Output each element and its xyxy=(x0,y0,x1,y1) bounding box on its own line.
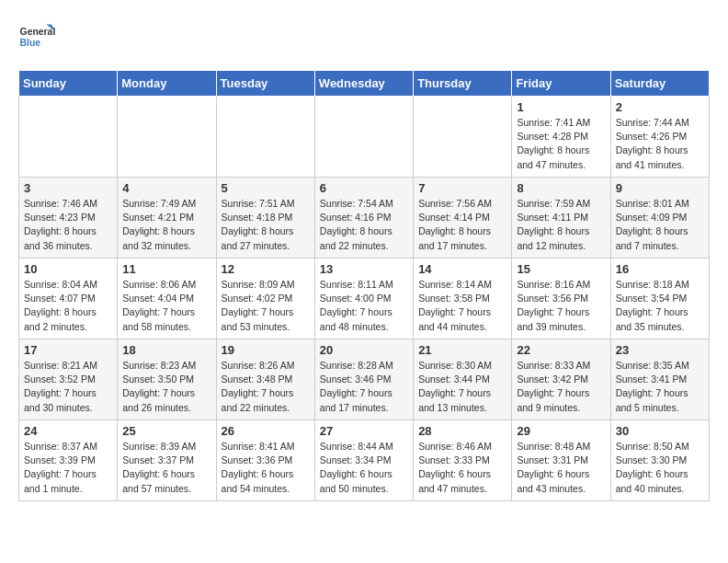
day-info: Sunrise: 8:23 AM Sunset: 3:50 PM Dayligh… xyxy=(122,359,210,415)
day-info: Sunrise: 7:44 AM Sunset: 4:26 PM Dayligh… xyxy=(616,116,704,172)
day-number: 23 xyxy=(616,343,704,357)
day-info: Sunrise: 7:54 AM Sunset: 4:16 PM Dayligh… xyxy=(320,197,408,253)
day-info: Sunrise: 8:41 AM Sunset: 3:36 PM Dayligh… xyxy=(222,440,310,496)
calendar-cell: 23Sunrise: 8:35 AM Sunset: 3:41 PM Dayli… xyxy=(610,339,709,420)
day-number: 1 xyxy=(517,100,605,114)
day-info: Sunrise: 8:04 AM Sunset: 4:07 PM Dayligh… xyxy=(24,278,112,334)
day-info: Sunrise: 8:14 AM Sunset: 3:58 PM Dayligh… xyxy=(418,278,506,334)
col-header-monday: Monday xyxy=(118,71,216,97)
calendar-cell: 12Sunrise: 8:09 AM Sunset: 4:02 PM Dayli… xyxy=(216,259,314,339)
day-number: 25 xyxy=(122,424,210,438)
day-number: 30 xyxy=(616,424,704,438)
day-number: 6 xyxy=(320,181,408,195)
header: General Blue xyxy=(18,18,710,55)
calendar-table: SundayMondayTuesdayWednesdayThursdayFrid… xyxy=(18,70,710,501)
day-info: Sunrise: 8:11 AM Sunset: 4:00 PM Dayligh… xyxy=(320,278,408,334)
calendar-cell xyxy=(19,97,118,178)
calendar-cell: 11Sunrise: 8:06 AM Sunset: 4:04 PM Dayli… xyxy=(118,259,216,339)
calendar-cell: 22Sunrise: 8:33 AM Sunset: 3:42 PM Dayli… xyxy=(512,339,610,420)
day-info: Sunrise: 7:41 AM Sunset: 4:28 PM Dayligh… xyxy=(517,116,605,172)
calendar-cell: 1Sunrise: 7:41 AM Sunset: 4:28 PM Daylig… xyxy=(512,97,610,178)
day-number: 14 xyxy=(418,262,506,276)
col-header-wednesday: Wednesday xyxy=(314,71,413,97)
calendar-cell xyxy=(414,97,512,178)
day-info: Sunrise: 8:01 AM Sunset: 4:09 PM Dayligh… xyxy=(616,197,704,253)
calendar-week-2: 3Sunrise: 7:46 AM Sunset: 4:23 PM Daylig… xyxy=(19,178,710,259)
calendar-cell: 15Sunrise: 8:16 AM Sunset: 3:56 PM Dayli… xyxy=(512,259,610,339)
day-number: 16 xyxy=(616,262,704,276)
day-info: Sunrise: 8:35 AM Sunset: 3:41 PM Dayligh… xyxy=(616,359,704,415)
calendar-cell: 4Sunrise: 7:49 AM Sunset: 4:21 PM Daylig… xyxy=(118,178,216,259)
day-info: Sunrise: 7:46 AM Sunset: 4:23 PM Dayligh… xyxy=(24,197,112,253)
calendar-cell: 8Sunrise: 7:59 AM Sunset: 4:11 PM Daylig… xyxy=(512,178,610,259)
calendar-cell: 3Sunrise: 7:46 AM Sunset: 4:23 PM Daylig… xyxy=(19,178,118,259)
calendar-week-3: 10Sunrise: 8:04 AM Sunset: 4:07 PM Dayli… xyxy=(19,259,710,339)
col-header-friday: Friday xyxy=(512,71,610,97)
calendar-week-5: 24Sunrise: 8:37 AM Sunset: 3:39 PM Dayli… xyxy=(19,420,710,501)
day-number: 7 xyxy=(418,181,506,195)
day-info: Sunrise: 8:44 AM Sunset: 3:34 PM Dayligh… xyxy=(320,440,408,496)
day-info: Sunrise: 8:30 AM Sunset: 3:44 PM Dayligh… xyxy=(418,359,506,415)
day-info: Sunrise: 8:37 AM Sunset: 3:39 PM Dayligh… xyxy=(24,440,112,496)
calendar-cell: 9Sunrise: 8:01 AM Sunset: 4:09 PM Daylig… xyxy=(610,178,709,259)
day-info: Sunrise: 7:51 AM Sunset: 4:18 PM Dayligh… xyxy=(222,197,310,253)
calendar-cell: 17Sunrise: 8:21 AM Sunset: 3:52 PM Dayli… xyxy=(19,339,118,420)
calendar-cell: 25Sunrise: 8:39 AM Sunset: 3:37 PM Dayli… xyxy=(118,420,216,501)
day-info: Sunrise: 8:28 AM Sunset: 3:46 PM Dayligh… xyxy=(320,359,408,415)
col-header-thursday: Thursday xyxy=(414,71,512,97)
calendar-cell: 16Sunrise: 8:18 AM Sunset: 3:54 PM Dayli… xyxy=(610,259,709,339)
calendar-cell: 30Sunrise: 8:50 AM Sunset: 3:30 PM Dayli… xyxy=(610,420,709,501)
calendar-cell: 19Sunrise: 8:26 AM Sunset: 3:48 PM Dayli… xyxy=(216,339,314,420)
day-number: 10 xyxy=(24,262,112,276)
day-number: 19 xyxy=(222,343,310,357)
calendar-cell: 7Sunrise: 7:56 AM Sunset: 4:14 PM Daylig… xyxy=(414,178,512,259)
calendar-week-1: 1Sunrise: 7:41 AM Sunset: 4:28 PM Daylig… xyxy=(19,97,710,178)
day-number: 26 xyxy=(222,424,310,438)
calendar-cell xyxy=(314,97,413,178)
day-info: Sunrise: 8:09 AM Sunset: 4:02 PM Dayligh… xyxy=(222,278,310,334)
calendar-cell: 6Sunrise: 7:54 AM Sunset: 4:16 PM Daylig… xyxy=(314,178,413,259)
day-number: 2 xyxy=(616,100,704,114)
day-number: 18 xyxy=(122,343,210,357)
day-info: Sunrise: 8:06 AM Sunset: 4:04 PM Dayligh… xyxy=(122,278,210,334)
col-header-sunday: Sunday xyxy=(19,71,118,97)
day-info: Sunrise: 8:21 AM Sunset: 3:52 PM Dayligh… xyxy=(24,359,112,415)
day-info: Sunrise: 8:33 AM Sunset: 3:42 PM Dayligh… xyxy=(517,359,605,415)
calendar-cell: 21Sunrise: 8:30 AM Sunset: 3:44 PM Dayli… xyxy=(414,339,512,420)
calendar-cell: 13Sunrise: 8:11 AM Sunset: 4:00 PM Dayli… xyxy=(314,259,413,339)
calendar-cell xyxy=(118,97,216,178)
day-info: Sunrise: 8:50 AM Sunset: 3:30 PM Dayligh… xyxy=(616,440,704,496)
calendar-cell: 18Sunrise: 8:23 AM Sunset: 3:50 PM Dayli… xyxy=(118,339,216,420)
logo-icon: General Blue xyxy=(18,18,55,55)
svg-text:Blue: Blue xyxy=(20,38,41,48)
day-info: Sunrise: 8:46 AM Sunset: 3:33 PM Dayligh… xyxy=(418,440,506,496)
day-info: Sunrise: 7:59 AM Sunset: 4:11 PM Dayligh… xyxy=(517,197,605,253)
calendar-cell: 2Sunrise: 7:44 AM Sunset: 4:26 PM Daylig… xyxy=(610,97,709,178)
day-info: Sunrise: 8:48 AM Sunset: 3:31 PM Dayligh… xyxy=(517,440,605,496)
calendar-cell: 29Sunrise: 8:48 AM Sunset: 3:31 PM Dayli… xyxy=(512,420,610,501)
day-number: 11 xyxy=(122,262,210,276)
day-number: 13 xyxy=(320,262,408,276)
calendar-cell: 20Sunrise: 8:28 AM Sunset: 3:46 PM Dayli… xyxy=(314,339,413,420)
col-header-tuesday: Tuesday xyxy=(216,71,314,97)
day-info: Sunrise: 8:18 AM Sunset: 3:54 PM Dayligh… xyxy=(616,278,704,334)
calendar-cell: 28Sunrise: 8:46 AM Sunset: 3:33 PM Dayli… xyxy=(414,420,512,501)
day-info: Sunrise: 8:26 AM Sunset: 3:48 PM Dayligh… xyxy=(222,359,310,415)
day-number: 15 xyxy=(517,262,605,276)
calendar-cell: 27Sunrise: 8:44 AM Sunset: 3:34 PM Dayli… xyxy=(314,420,413,501)
day-number: 27 xyxy=(320,424,408,438)
day-number: 5 xyxy=(222,181,310,195)
calendar-cell: 14Sunrise: 8:14 AM Sunset: 3:58 PM Dayli… xyxy=(414,259,512,339)
day-info: Sunrise: 7:56 AM Sunset: 4:14 PM Dayligh… xyxy=(418,197,506,253)
day-number: 8 xyxy=(517,181,605,195)
calendar-cell: 24Sunrise: 8:37 AM Sunset: 3:39 PM Dayli… xyxy=(19,420,118,501)
day-number: 17 xyxy=(24,343,112,357)
day-number: 9 xyxy=(616,181,704,195)
calendar-cell: 5Sunrise: 7:51 AM Sunset: 4:18 PM Daylig… xyxy=(216,178,314,259)
day-number: 29 xyxy=(517,424,605,438)
day-number: 24 xyxy=(24,424,112,438)
calendar-cell: 10Sunrise: 8:04 AM Sunset: 4:07 PM Dayli… xyxy=(19,259,118,339)
day-info: Sunrise: 7:49 AM Sunset: 4:21 PM Dayligh… xyxy=(122,197,210,253)
day-number: 21 xyxy=(418,343,506,357)
day-number: 20 xyxy=(320,343,408,357)
